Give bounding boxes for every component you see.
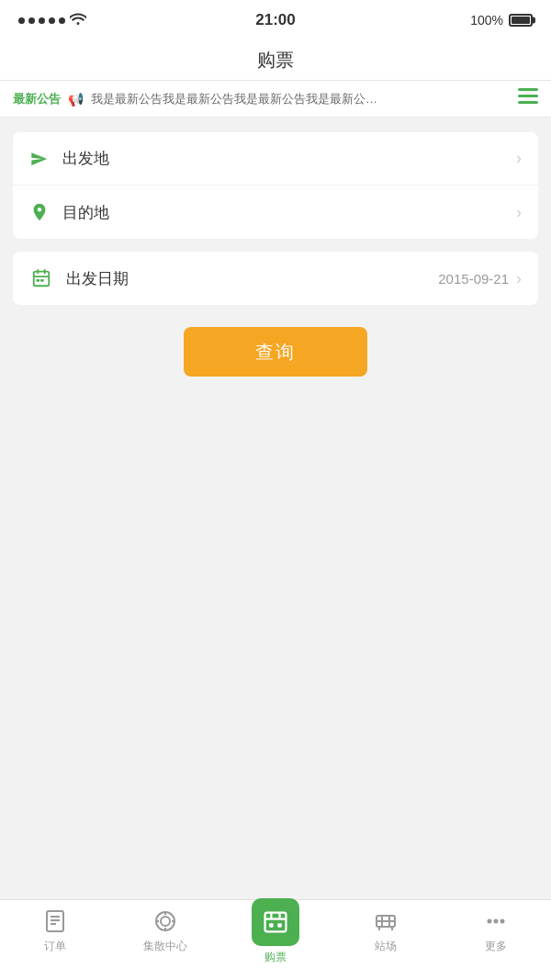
destination-row[interactable]: 目的地 › bbox=[13, 186, 538, 239]
svg-point-32 bbox=[494, 919, 499, 924]
svg-point-31 bbox=[488, 919, 492, 924]
departure-row[interactable]: 出发地 › bbox=[13, 132, 538, 186]
date-value: 2015-09-21 bbox=[438, 271, 509, 287]
orders-icon bbox=[41, 907, 69, 935]
departure-icon bbox=[29, 149, 50, 169]
svg-rect-23 bbox=[269, 923, 274, 928]
more-icon bbox=[482, 907, 510, 935]
calendar-icon bbox=[29, 268, 53, 288]
status-bar: 21:00 100% bbox=[0, 0, 551, 40]
page-title-bar: 购票 bbox=[0, 40, 551, 81]
date-card: 出发日期 2015-09-21 › bbox=[13, 252, 538, 305]
query-button[interactable]: 查询 bbox=[184, 327, 367, 377]
hub-icon bbox=[152, 907, 179, 935]
status-left bbox=[18, 12, 86, 28]
announcement-list-icon[interactable] bbox=[518, 88, 538, 109]
date-chevron: › bbox=[516, 269, 522, 288]
page-title: 购票 bbox=[257, 48, 294, 73]
svg-rect-8 bbox=[40, 279, 44, 282]
destination-label: 目的地 bbox=[62, 202, 516, 223]
departure-label: 出发地 bbox=[62, 148, 516, 169]
status-right: 100% bbox=[470, 13, 533, 28]
svg-rect-7 bbox=[37, 279, 40, 282]
nav-label-ticket: 购票 bbox=[264, 950, 287, 965]
station-icon bbox=[372, 907, 399, 935]
nav-item-station[interactable]: 站场 bbox=[331, 907, 441, 954]
nav-item-ticket[interactable]: 购票 bbox=[220, 907, 331, 965]
announcement-text: 我是最新公告我是最新公告我是最新公告我是最新公… bbox=[91, 91, 511, 107]
nav-item-more[interactable]: 更多 bbox=[441, 907, 551, 954]
battery-icon bbox=[509, 14, 533, 27]
query-btn-wrap: 查询 bbox=[13, 327, 538, 377]
announcement-icon: 📢 bbox=[68, 92, 84, 107]
announcement-label: 最新公告 bbox=[13, 91, 61, 107]
nav-item-hub[interactable]: 集散中心 bbox=[110, 907, 220, 954]
date-row[interactable]: 出发日期 2015-09-21 › bbox=[13, 252, 538, 305]
nav-label-more: 更多 bbox=[485, 939, 507, 954]
destination-icon bbox=[29, 202, 50, 222]
svg-rect-3 bbox=[34, 272, 50, 287]
departure-chevron: › bbox=[516, 149, 522, 168]
status-time: 21:00 bbox=[255, 11, 295, 29]
nav-item-orders[interactable]: 订单 bbox=[0, 907, 110, 954]
date-label: 出发日期 bbox=[66, 268, 438, 289]
nav-label-hub: 集散中心 bbox=[143, 939, 187, 954]
svg-point-33 bbox=[500, 919, 505, 924]
wifi-icon bbox=[70, 12, 86, 28]
announcement-bar[interactable]: 最新公告 📢 我是最新公告我是最新公告我是最新公告我是最新公… bbox=[0, 81, 551, 118]
destination-chevron: › bbox=[516, 203, 522, 222]
svg-rect-0 bbox=[518, 88, 538, 91]
battery-percentage: 100% bbox=[470, 13, 503, 28]
ticket-icon bbox=[252, 898, 299, 946]
svg-rect-24 bbox=[277, 923, 282, 928]
svg-rect-19 bbox=[265, 913, 287, 932]
main-content: 出发地 › 目的地 › bbox=[0, 118, 551, 391]
nav-label-station: 站场 bbox=[375, 939, 397, 954]
nav-label-orders: 订单 bbox=[44, 939, 66, 954]
svg-rect-2 bbox=[518, 101, 538, 104]
signal-dots bbox=[18, 17, 65, 24]
svg-rect-1 bbox=[518, 95, 538, 97]
bottom-nav: 订单 集散中心 购票 bbox=[0, 899, 551, 980]
location-card: 出发地 › 目的地 › bbox=[13, 132, 538, 239]
svg-point-13 bbox=[161, 917, 170, 926]
